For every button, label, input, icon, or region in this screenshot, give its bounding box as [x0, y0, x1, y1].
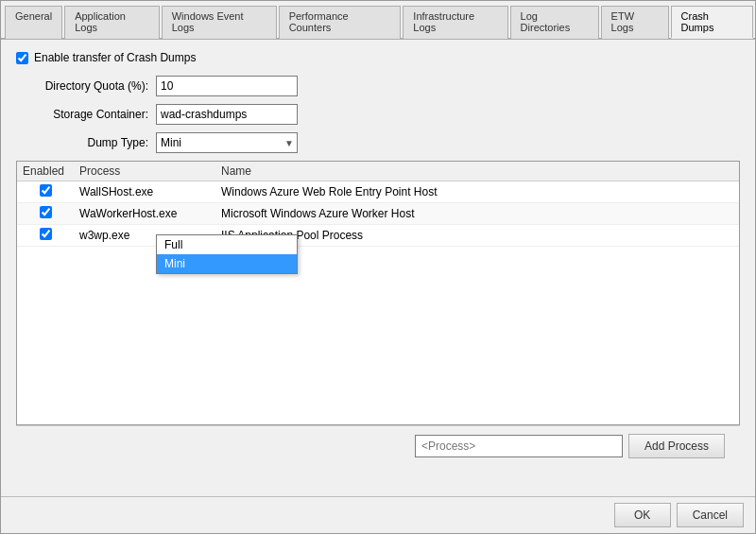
cell-enabled-2	[17, 225, 74, 247]
storage-container-row: Storage Container:	[16, 104, 740, 125]
dropdown-item-full[interactable]: Full	[157, 235, 297, 254]
tab-general[interactable]: General	[5, 6, 62, 39]
cell-enabled-1	[17, 203, 74, 225]
enable-transfer-checkbox[interactable]	[16, 52, 28, 64]
cell-process-1: WaWorkerHost.exe	[74, 203, 215, 225]
enable-checkbox-row: Enable transfer of Crash Dumps	[16, 51, 740, 64]
dump-type-dropdown: Full Mini	[156, 234, 298, 274]
cell-enabled-0	[17, 181, 74, 203]
table-row: WaWorkerHost.exe Microsoft Windows Azure…	[17, 203, 739, 225]
dump-type-select-wrapper: Full Mini ▼	[156, 132, 298, 153]
enable-transfer-label: Enable transfer of Crash Dumps	[34, 51, 196, 64]
process-input[interactable]	[415, 435, 623, 457]
process-table: Enabled Process Name WallSHost.exe Windo…	[17, 162, 739, 247]
process-table-section: Enabled Process Name WallSHost.exe Windo…	[16, 161, 740, 425]
ok-cancel-bar: OK Cancel	[1, 496, 755, 533]
cancel-button[interactable]: Cancel	[677, 503, 744, 527]
tab-crash-dumps[interactable]: Crash Dumps	[671, 6, 753, 39]
storage-container-label: Storage Container:	[16, 108, 148, 121]
storage-container-input[interactable]	[156, 104, 298, 125]
row-checkbox-1[interactable]	[40, 206, 52, 218]
tab-log-directories[interactable]: Log Directories	[510, 6, 599, 39]
main-content: Enable transfer of Crash Dumps Directory…	[1, 40, 755, 496]
bottom-process-bar: Add Process	[16, 425, 740, 466]
dialog: General Application Logs Windows Event L…	[0, 0, 756, 534]
tab-windows-event-logs[interactable]: Windows Event Logs	[162, 6, 277, 39]
tab-application-logs[interactable]: Application Logs	[64, 6, 160, 39]
dump-type-label: Dump Type:	[16, 136, 148, 149]
add-process-button[interactable]: Add Process	[628, 434, 725, 458]
tab-infrastructure-logs[interactable]: Infrastructure Logs	[403, 6, 507, 39]
table-header-row: Enabled Process Name	[17, 162, 739, 181]
cell-name-0: Windows Azure Web Role Entry Point Host	[215, 181, 739, 203]
col-header-name: Name	[215, 162, 739, 181]
tab-bar: General Application Logs Windows Event L…	[1, 1, 755, 40]
table-row: w3wp.exe IIS Application Pool Process	[17, 225, 739, 247]
ok-button[interactable]: OK	[614, 503, 671, 527]
dropdown-item-mini[interactable]: Mini	[157, 254, 297, 273]
cell-name-1: Microsoft Windows Azure Worker Host	[215, 203, 739, 225]
col-header-process: Process	[74, 162, 215, 181]
table-row: WallSHost.exe Windows Azure Web Role Ent…	[17, 181, 739, 203]
row-checkbox-2[interactable]	[40, 228, 52, 240]
directory-quota-row: Directory Quota (%):	[16, 76, 740, 96]
col-header-enabled: Enabled	[17, 162, 74, 181]
directory-quota-label: Directory Quota (%):	[16, 79, 148, 93]
cell-process-0: WallSHost.exe	[74, 181, 215, 203]
tab-performance-counters[interactable]: Performance Counters	[279, 6, 402, 39]
row-checkbox-0[interactable]	[40, 184, 52, 197]
directory-quota-input[interactable]	[156, 76, 298, 96]
tab-etw-logs[interactable]: ETW Logs	[601, 6, 669, 39]
dump-type-row: Dump Type: Full Mini ▼ Full Mini	[16, 132, 740, 153]
dump-type-select[interactable]: Full Mini	[156, 132, 298, 153]
